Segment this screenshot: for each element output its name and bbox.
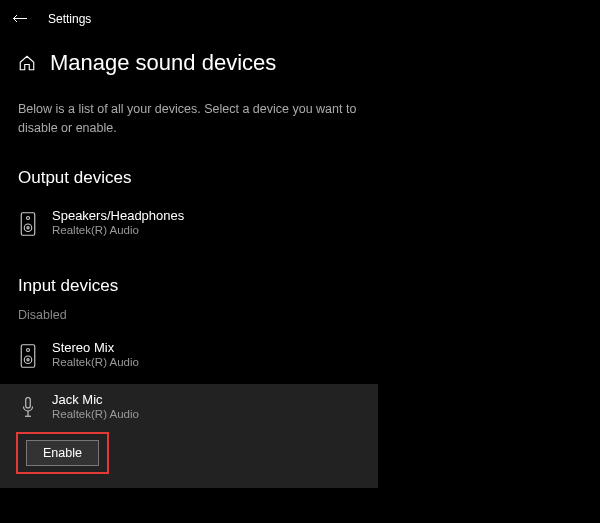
input-device-item-selected[interactable]: Jack Mic Realtek(R) Audio Enable [0, 384, 378, 488]
enable-button[interactable]: Enable [26, 440, 99, 466]
microphone-icon [18, 394, 38, 422]
svg-point-5 [27, 348, 30, 351]
svg-point-2 [24, 224, 32, 232]
device-name: Jack Mic [52, 392, 139, 407]
home-icon[interactable] [18, 54, 36, 72]
svg-point-1 [27, 216, 30, 219]
input-device-item[interactable]: Stereo Mix Realtek(R) Audio [0, 332, 600, 378]
page-description: Below is a list of all your devices. Sel… [0, 84, 400, 138]
device-sub: Realtek(R) Audio [52, 408, 139, 420]
page-title: Manage sound devices [50, 50, 276, 76]
device-name: Speakers/Headphones [52, 208, 184, 223]
disabled-label: Disabled [0, 308, 600, 332]
input-devices-header: Input devices [0, 246, 600, 308]
svg-point-7 [27, 358, 29, 360]
device-sub: Realtek(R) Audio [52, 224, 184, 236]
device-sub: Realtek(R) Audio [52, 356, 139, 368]
output-device-item[interactable]: Speakers/Headphones Realtek(R) Audio [0, 200, 600, 246]
svg-point-3 [27, 226, 29, 228]
device-name: Stereo Mix [52, 340, 139, 355]
back-arrow-icon[interactable]: 🡐 [12, 10, 28, 28]
highlight-annotation: Enable [16, 432, 109, 474]
svg-rect-8 [26, 397, 31, 408]
speaker-icon [18, 210, 38, 238]
svg-point-6 [24, 356, 32, 364]
app-title: Settings [48, 12, 91, 26]
speaker-icon [18, 342, 38, 370]
output-devices-header: Output devices [0, 138, 600, 200]
